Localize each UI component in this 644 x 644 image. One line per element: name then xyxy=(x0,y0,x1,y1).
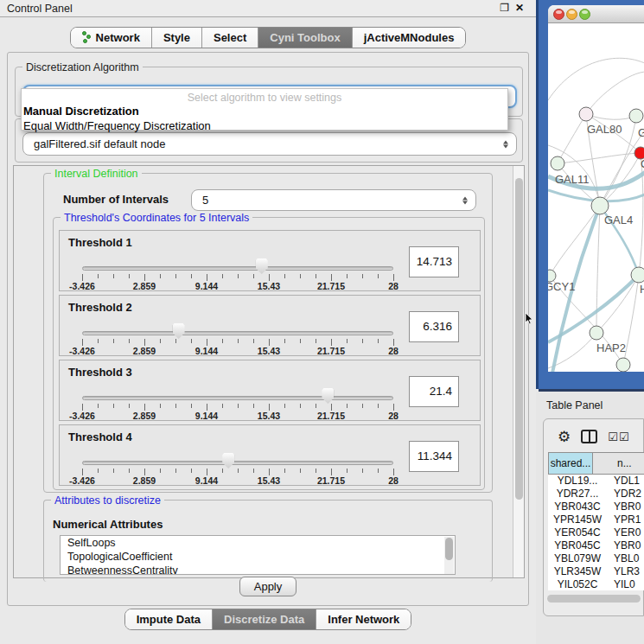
tick-label: 28 xyxy=(374,281,412,291)
attributes-list[interactable]: SelfLoopsTopologicalCoefficientBetweenne… xyxy=(60,535,456,575)
tick-mark xyxy=(316,339,316,343)
table-row[interactable]: YER054CYER0 xyxy=(548,526,644,539)
slider-thumb[interactable] xyxy=(322,388,334,404)
table-row[interactable]: YBR043CYBR0 xyxy=(548,501,644,513)
tick-mark xyxy=(113,469,114,473)
column-header-name[interactable]: n... xyxy=(593,452,644,475)
tick-mark xyxy=(129,469,130,473)
network-node-GAL11[interactable] xyxy=(551,156,564,170)
table-row[interactable]: YPR145WYPR1 xyxy=(548,513,644,526)
tick-mark xyxy=(300,339,301,343)
threshold-box-4: Threshold 4-3.4262.8599.14415.4321.71528… xyxy=(59,424,481,486)
tab-select[interactable]: Select xyxy=(202,28,258,48)
tick-mark xyxy=(378,339,379,343)
tick-mark xyxy=(82,469,83,475)
checkbox-icons[interactable]: ☑☑ xyxy=(608,430,629,443)
algorithm-option-manual[interactable]: Manual Discretization xyxy=(22,104,507,118)
shared-name-cell: YIL052C xyxy=(548,578,607,590)
table-row[interactable]: YDR27...YDR2 xyxy=(548,488,644,501)
attribute-list-item[interactable]: SelfLoops xyxy=(61,536,455,550)
tick-label: 2.859 xyxy=(125,281,163,291)
network-canvas[interactable]: GAL80GACGAL11GAL4GCY1HHAP2 xyxy=(548,24,644,372)
tick-label: 28 xyxy=(374,346,412,356)
apply-button[interactable]: Apply xyxy=(239,577,296,596)
network-node-GAL80[interactable] xyxy=(579,107,593,121)
table-row[interactable]: YLR345WYLR3 xyxy=(548,565,644,578)
network-icon xyxy=(82,31,92,43)
tab-network[interactable]: Network xyxy=(71,28,152,48)
tick-label: 15.43 xyxy=(250,281,288,291)
attributes-list-scrollbar[interactable] xyxy=(444,537,454,575)
tick-label: 21.715 xyxy=(312,475,350,486)
slider-track[interactable] xyxy=(82,331,393,335)
network-node-partial[interactable] xyxy=(616,358,630,372)
tick-mark xyxy=(222,469,223,473)
minimize-traffic-icon[interactable] xyxy=(566,9,577,20)
tab-style[interactable]: Style xyxy=(152,28,202,48)
tab-cyni-toolbox[interactable]: Cyni Toolbox xyxy=(258,28,352,48)
tab-impute-data[interactable]: Impute Data xyxy=(125,609,213,629)
close-traffic-icon[interactable] xyxy=(553,9,564,20)
attribute-list-item[interactable]: TopologicalCoefficient xyxy=(61,550,455,564)
network-node-H[interactable] xyxy=(631,267,644,283)
tick-label: 21.715 xyxy=(312,346,350,356)
tab-label: Select xyxy=(214,31,246,44)
columns-icon[interactable] xyxy=(581,430,597,443)
form-scrollbar[interactable] xyxy=(513,166,524,577)
num-intervals-label: Number of Intervals xyxy=(63,193,169,206)
num-intervals-combobox[interactable]: 5 xyxy=(191,189,476,211)
threshold-value-field[interactable]: 11.344 xyxy=(409,441,459,472)
table-row[interactable]: YBR045CYBR0 xyxy=(548,539,644,552)
table-data-combobox[interactable]: galFiltered.sif default node xyxy=(22,132,517,156)
threshold-value-field[interactable]: 6.316 xyxy=(409,311,459,342)
tab-jactivemnodules[interactable]: jActiveMNodules xyxy=(353,28,466,48)
network-edge xyxy=(639,153,643,275)
tab-label: jActiveMNodules xyxy=(364,31,455,44)
shared-name-cell: YBL079W xyxy=(548,552,607,565)
tick-mark xyxy=(82,274,83,281)
slider-track[interactable] xyxy=(82,396,393,400)
algorithm-option-equal-width[interactable]: Equal Width/Frequency Discretization xyxy=(22,118,507,133)
tab-infer-network[interactable]: Infer Network xyxy=(316,609,411,629)
slider-thumb[interactable] xyxy=(173,323,185,339)
scrollbar-thumb[interactable] xyxy=(515,178,523,500)
tab-discretize-data[interactable]: Discretize Data xyxy=(213,609,316,629)
shared-name-cell: YBR045C xyxy=(548,539,607,552)
tick-label: 2.859 xyxy=(125,411,163,421)
threshold-value-field[interactable]: 21.4 xyxy=(409,376,459,407)
tick-label: -3.426 xyxy=(63,411,101,421)
tick-mark xyxy=(331,274,332,281)
network-node-HAP2[interactable] xyxy=(590,326,603,340)
float-window-icon[interactable]: ❐ xyxy=(500,2,509,14)
stepper-icon xyxy=(462,196,468,204)
network-node-GA[interactable] xyxy=(629,109,643,123)
network-node-label: GAL4 xyxy=(604,214,633,226)
gear-icon[interactable]: ⚙ xyxy=(558,430,571,444)
thresholds-group: Threshold's Coordinates for 5 Intervals … xyxy=(53,217,485,490)
slider-thumb[interactable] xyxy=(222,453,234,469)
slider-track[interactable] xyxy=(82,266,393,271)
threshold-value-field[interactable]: 14.713 xyxy=(409,246,459,277)
tick-label: 9.144 xyxy=(188,475,226,486)
table-horizontal-scrollbar[interactable] xyxy=(546,595,641,603)
table-row[interactable]: YDL19...YDL1 xyxy=(548,475,644,488)
tick-mark xyxy=(160,274,161,278)
zoom-traffic-icon[interactable] xyxy=(579,9,590,20)
tick-mark xyxy=(207,339,207,346)
threshold-label: Threshold 2 xyxy=(68,301,132,314)
tick-mark xyxy=(144,274,145,281)
close-icon[interactable]: ✕ xyxy=(515,2,524,14)
network-node-GAL4[interactable] xyxy=(591,197,609,214)
slider-track[interactable] xyxy=(82,461,393,465)
column-header-shared-name[interactable]: shared... xyxy=(548,452,593,475)
panel-title: Control Panel xyxy=(7,3,73,15)
tick-mark xyxy=(362,404,363,408)
table-row[interactable]: YIL052CYIL0 xyxy=(548,578,644,590)
table-row[interactable]: YBL079WYBL0 xyxy=(548,552,644,565)
tick-mark xyxy=(347,469,348,473)
tick-label: -3.426 xyxy=(63,281,101,291)
tab-label: Infer Network xyxy=(328,613,399,626)
tick-mark xyxy=(393,404,394,411)
slider-thumb[interactable] xyxy=(256,258,268,274)
node-table[interactable]: shared... n... YDL19...YDL1YDR27...YDR2Y… xyxy=(548,452,644,590)
